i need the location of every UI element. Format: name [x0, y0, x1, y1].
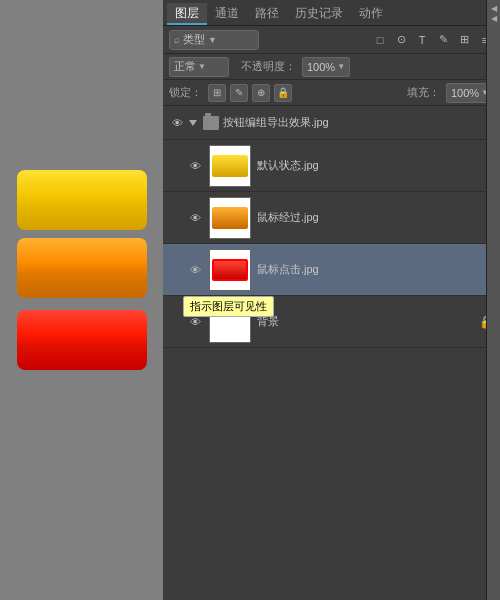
- preview-yellow-button: [17, 170, 147, 230]
- tab-layers[interactable]: 图层: [167, 3, 207, 25]
- fill-value-text: 100%: [451, 87, 479, 99]
- layer2-thumb-content: [212, 207, 248, 229]
- layer1-thumbnail: [209, 145, 251, 187]
- toolbar-row: ⌕ 类型 ▼ □ ⊙ T ✎ ⊞ ≡: [163, 26, 500, 54]
- layer3-thumb-content: [212, 259, 248, 281]
- group-name: 按钮编组导出效果.jpg: [223, 115, 494, 130]
- layer-row-background[interactable]: 👁 背景 🔒: [163, 296, 500, 348]
- search-icon: ⌕: [174, 34, 180, 45]
- group-visibility-eye[interactable]: 👁: [169, 115, 185, 131]
- layers-list: 👁 按钮编组导出效果.jpg 👁 默认状态.jpg 👁 鼠标经过.jpg 👁: [163, 106, 500, 600]
- blend-mode-arrow: ▼: [198, 62, 206, 71]
- layer4-thumb-content: [210, 302, 250, 342]
- lock-position-icon[interactable]: ⊞: [208, 84, 226, 102]
- lock-fill-row: 锁定： ⊞ ✎ ⊕ 🔒 填充： 100% ▼: [163, 80, 500, 106]
- layer-type-adjust-icon[interactable]: ⊙: [392, 31, 410, 49]
- opacity-value-text: 100%: [307, 61, 335, 73]
- layer-row-hover[interactable]: 👁 鼠标经过.jpg: [163, 192, 500, 244]
- layer-row-default[interactable]: 👁 默认状态.jpg: [163, 140, 500, 192]
- panel-collapse-button[interactable]: ◀◀: [486, 0, 500, 600]
- layer-type-shape-icon[interactable]: ✎: [434, 31, 452, 49]
- tab-paths[interactable]: 路径: [247, 3, 287, 25]
- lock-move-icon[interactable]: ⊕: [252, 84, 270, 102]
- layer2-visibility-eye[interactable]: 👁: [187, 210, 203, 226]
- tab-actions[interactable]: 动作: [351, 3, 391, 25]
- lock-icons-group: ⊞ ✎ ⊕ 🔒: [208, 84, 292, 102]
- blend-mode-select[interactable]: 正常 ▼: [169, 57, 229, 77]
- layer3-thumbnail: [209, 249, 251, 291]
- blend-opacity-row: 正常 ▼ 不透明度： 100% ▼: [163, 54, 500, 80]
- preview-orange-button: [17, 238, 147, 298]
- opacity-label: 不透明度：: [241, 59, 296, 74]
- lock-all-icon[interactable]: 🔒: [274, 84, 292, 102]
- layer4-visibility-eye[interactable]: 👁: [187, 314, 203, 330]
- blend-mode-label: 正常: [174, 59, 196, 74]
- group-folder-icon: [203, 116, 219, 130]
- layer-type-text-icon[interactable]: T: [413, 31, 431, 49]
- layer1-visibility-eye[interactable]: 👁: [187, 158, 203, 174]
- layer-type-pixel-icon[interactable]: □: [371, 31, 389, 49]
- layer2-name: 鼠标经过.jpg: [257, 210, 494, 225]
- layer4-thumbnail: [209, 301, 251, 343]
- group-expand-arrow[interactable]: [189, 120, 197, 126]
- layer3-visibility-eye[interactable]: 👁: [187, 262, 203, 278]
- layer-row-click[interactable]: 👁 鼠标点击.jpg 指示图层可见性: [163, 244, 500, 296]
- layer-group-row[interactable]: 👁 按钮编组导出效果.jpg: [163, 106, 500, 140]
- layer3-name: 鼠标点击.jpg: [257, 262, 494, 277]
- filter-dropdown-arrow: ▼: [208, 35, 217, 45]
- canvas-area: [0, 0, 163, 600]
- layer2-thumbnail: [209, 197, 251, 239]
- tab-bar: 图层 通道 路径 历史记录 动作: [163, 0, 500, 26]
- filter-type-select[interactable]: ⌕ 类型 ▼: [169, 30, 259, 50]
- layers-panel: ◀◀ 图层 通道 路径 历史记录 动作 ⌕ 类型 ▼ □ ⊙ T ✎ ⊞ ≡ 正…: [163, 0, 500, 600]
- lock-label: 锁定：: [169, 85, 202, 100]
- layer4-name: 背景: [257, 314, 473, 329]
- filter-label: 类型: [183, 32, 205, 47]
- preview-red-button: [17, 310, 147, 370]
- toolbar-icons: □ ⊙ T ✎ ⊞ ≡: [371, 31, 494, 49]
- lock-pixels-icon[interactable]: ✎: [230, 84, 248, 102]
- tab-history[interactable]: 历史记录: [287, 3, 351, 25]
- opacity-input[interactable]: 100% ▼: [302, 57, 350, 77]
- tab-channels[interactable]: 通道: [207, 3, 247, 25]
- layer-type-smart-icon[interactable]: ⊞: [455, 31, 473, 49]
- layer1-thumb-content: [212, 155, 248, 177]
- opacity-arrow: ▼: [337, 62, 345, 71]
- fill-label: 填充：: [407, 85, 440, 100]
- layer1-name: 默认状态.jpg: [257, 158, 494, 173]
